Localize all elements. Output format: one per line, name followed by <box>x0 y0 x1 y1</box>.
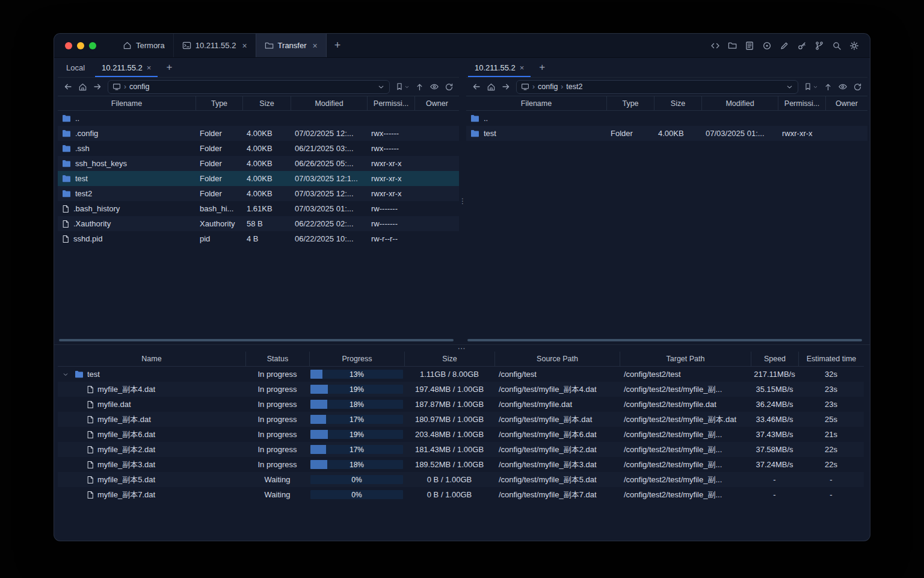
bookmark-group[interactable] <box>395 82 410 91</box>
column-header-modified[interactable]: Modified <box>291 96 367 110</box>
column-header-size[interactable]: Size <box>242 96 291 110</box>
horizontal-scrollbar[interactable] <box>59 339 454 341</box>
folder-icon <box>62 190 71 197</box>
forward-icon[interactable] <box>501 82 511 92</box>
transfer-row[interactable]: test In progress 13% 1.11GB / 8.00GB /co… <box>58 367 864 382</box>
breadcrumb-item[interactable]: config <box>538 82 558 91</box>
transfer-row[interactable]: myfile_副本7.dat Waiting 0% 0 B / 1.00GB /… <box>58 487 864 502</box>
main-tab-transfer[interactable]: Transfer × <box>256 34 327 57</box>
horizontal-scrollbar[interactable] <box>467 339 862 341</box>
panel-tab-10-211-55-2[interactable]: 10.211.55.2 × <box>466 58 532 77</box>
bookmark-icon[interactable] <box>395 82 404 91</box>
close-icon[interactable]: × <box>520 64 525 72</box>
breadcrumb-item[interactable]: test2 <box>566 82 582 91</box>
column-header-owner[interactable]: Owner <box>414 96 459 110</box>
column-header-type[interactable]: Type <box>606 96 654 110</box>
column-header-permissi[interactable]: Permissi... <box>778 96 825 110</box>
file-row[interactable]: test2 Folder 4.00KB 07/03/2025 12:... rw… <box>58 186 459 201</box>
bookmark-caret-icon[interactable] <box>813 84 818 90</box>
file-row[interactable]: .. <box>466 111 867 126</box>
home-icon[interactable] <box>78 82 87 92</box>
file-row[interactable]: .ssh Folder 4.00KB 06/21/2025 03:... rwx… <box>58 141 459 156</box>
titlebar: Termora 10.211.55.2 × Transfer × + <box>54 34 870 58</box>
folder-outline-icon[interactable] <box>728 41 737 50</box>
column-header-filename[interactable]: Filename <box>466 96 606 110</box>
bookmark-icon[interactable] <box>804 82 812 91</box>
bookmark-caret-icon[interactable] <box>404 84 410 90</box>
key-icon[interactable] <box>797 41 807 51</box>
column-header-filename[interactable]: Filename <box>58 96 196 110</box>
minimize-window-button[interactable] <box>77 42 84 49</box>
file-row[interactable]: test Folder 4.00KB 07/03/2025 12:1... rw… <box>58 171 459 186</box>
gear-icon[interactable] <box>849 41 859 51</box>
forward-icon[interactable] <box>93 82 102 92</box>
transfer-row[interactable]: myfile_副本.dat In progress 17% 180.97MB /… <box>58 412 864 427</box>
pencil-icon[interactable] <box>780 41 789 51</box>
column-header-estimated-time[interactable]: Estimated time <box>798 352 864 366</box>
column-header-progress[interactable]: Progress <box>309 352 404 366</box>
new-tab-button[interactable]: + <box>327 34 349 57</box>
doc-list-icon[interactable] <box>745 41 754 51</box>
file-row[interactable]: test Folder 4.00KB 07/03/2025 01:... rwx… <box>466 126 867 141</box>
transfer-row[interactable]: myfile_副本2.dat In progress 17% 181.43MB … <box>58 442 864 457</box>
close-window-button[interactable] <box>65 42 72 49</box>
file-row[interactable]: .config Folder 4.00KB 07/02/2025 12:... … <box>58 126 459 141</box>
transfer-row[interactable]: myfile_副本5.dat Waiting 0% 0 B / 1.00GB /… <box>58 472 864 487</box>
refresh-icon[interactable] <box>445 82 454 92</box>
file-row[interactable]: sshd.pid pid 4 B 06/22/2025 10:... rw-r-… <box>58 231 459 246</box>
refresh-icon[interactable] <box>853 82 862 92</box>
panel-tab-10-211-55-2[interactable]: 10.211.55.2 × <box>93 58 159 77</box>
record-icon[interactable] <box>762 41 772 51</box>
path-field[interactable]: › config <box>108 80 390 94</box>
branch-icon[interactable] <box>815 41 824 51</box>
main-tab-termora[interactable]: Termora <box>114 34 173 57</box>
transfer-target-path: /config/test2/test/myfile_副... <box>620 429 751 440</box>
panel-splitter[interactable]: ⋮ <box>459 58 466 344</box>
code-icon[interactable] <box>710 41 720 51</box>
column-header-modified[interactable]: Modified <box>701 96 778 110</box>
transfer-row[interactable]: myfile_副本4.dat In progress 19% 197.48MB … <box>58 382 864 397</box>
close-icon[interactable]: × <box>242 42 247 50</box>
transfer-splitter[interactable]: ⋯ <box>54 344 870 352</box>
show-hidden-icon[interactable] <box>430 82 439 92</box>
transfer-speed: 35.15MB/s <box>751 385 798 394</box>
column-header-status[interactable]: Status <box>245 352 309 366</box>
main-tab-10-211-55-2[interactable]: 10.211.55.2 × <box>173 34 256 57</box>
file-row[interactable]: ssh_host_keys Folder 4.00KB 06/26/2025 0… <box>58 156 459 171</box>
file-row[interactable]: .Xauthority Xauthority 58 B 06/22/2025 0… <box>58 216 459 231</box>
path-field[interactable]: › config› test2 <box>516 80 798 94</box>
back-icon[interactable] <box>63 82 73 92</box>
column-header-speed[interactable]: Speed <box>751 352 798 366</box>
transfer-row[interactable]: myfile_副本6.dat In progress 19% 203.48MB … <box>58 427 864 442</box>
close-icon[interactable]: × <box>147 64 152 72</box>
chevron-down-icon[interactable] <box>786 83 793 91</box>
file-row[interactable]: .. <box>58 111 459 126</box>
upload-icon[interactable] <box>824 82 833 92</box>
transfer-row[interactable]: myfile_副本3.dat In progress 18% 189.52MB … <box>58 457 864 472</box>
back-icon[interactable] <box>472 82 481 92</box>
home-icon[interactable] <box>487 82 496 92</box>
add-panel-tab-button[interactable]: + <box>159 58 179 77</box>
column-header-permissi[interactable]: Permissi... <box>367 96 414 110</box>
folder-icon <box>62 175 71 182</box>
show-hidden-icon[interactable] <box>838 82 848 92</box>
expand-chevron-icon[interactable] <box>60 371 71 378</box>
panel-tab-local[interactable]: Local <box>58 58 93 77</box>
column-header-type[interactable]: Type <box>196 96 242 110</box>
close-icon[interactable]: × <box>313 42 318 50</box>
search-icon[interactable] <box>832 41 842 51</box>
upload-icon[interactable] <box>415 82 424 92</box>
column-header-source-path[interactable]: Source Path <box>494 352 620 366</box>
column-header-target-path[interactable]: Target Path <box>620 352 751 366</box>
transfer-row[interactable]: myfile.dat In progress 18% 187.87MB / 1.… <box>58 397 864 412</box>
column-header-size[interactable]: Size <box>404 352 494 366</box>
column-header-size[interactable]: Size <box>654 96 701 110</box>
file-row[interactable]: .bash_history bash_hi... 1.61KB 07/03/20… <box>58 201 459 216</box>
add-panel-tab-button[interactable]: + <box>532 58 552 77</box>
column-header-owner[interactable]: Owner <box>825 96 867 110</box>
zoom-window-button[interactable] <box>89 42 96 49</box>
chevron-down-icon[interactable] <box>377 83 385 91</box>
bookmark-group[interactable] <box>804 82 818 91</box>
breadcrumb-item[interactable]: config <box>129 82 149 91</box>
column-header-name[interactable]: Name <box>58 352 245 366</box>
